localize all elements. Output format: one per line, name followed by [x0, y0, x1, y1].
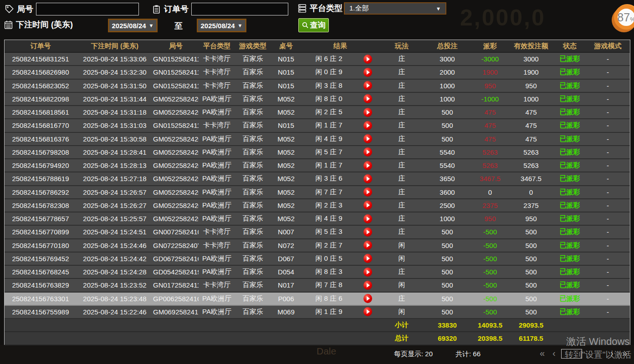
cell-status: 已派彩 [552, 268, 588, 276]
cell-bet-time: 2025-08-24 15:24:51 [77, 228, 153, 236]
play-replay-icon[interactable] [363, 307, 372, 316]
play-replay-icon[interactable] [363, 55, 372, 64]
play-replay-icon[interactable] [363, 147, 372, 157]
table-row[interactable]: 250824156770180 2025-08-24 15:24:46 GN07… [5, 239, 630, 253]
cell-status: 已派彩 [552, 95, 588, 103]
cell-replay [356, 254, 379, 263]
play-replay-icon[interactable] [363, 254, 372, 263]
column-header-table-no[interactable]: 桌号 [271, 42, 302, 51]
cell-bet-time: 2025-08-24 15:25:57 [77, 215, 153, 222]
date-to-select[interactable]: 2025/08/24 ▼ [197, 19, 246, 32]
table-row[interactable]: 250824156782308 2025-08-24 15:26:27 GM05… [5, 199, 630, 212]
column-header-game-mode[interactable]: 游戏模式 [588, 42, 628, 51]
chevron-down-icon: ▼ [238, 23, 243, 28]
column-header-bet-time[interactable]: 下注时间 (美东) [77, 42, 153, 51]
table-row[interactable]: 250824156788619 2025-08-24 15:27:18 GM05… [5, 172, 630, 186]
table-row[interactable]: 250824156816770 2025-08-24 15:31:03 GN01… [5, 119, 630, 132]
play-replay-icon[interactable] [363, 174, 372, 183]
table-row[interactable]: 250824156794920 2025-08-24 15:28:13 GM05… [5, 159, 630, 172]
cell-replay [356, 228, 379, 237]
table-row[interactable]: 250824156778657 2025-08-24 15:25:57 GM05… [5, 212, 630, 226]
column-header-result[interactable]: 结果 [302, 42, 379, 51]
percentage-value: 87 [617, 11, 630, 24]
cell-total-bet: 500 [424, 242, 470, 249]
cell-game-type: 百家乐 [235, 148, 271, 157]
play-replay-icon[interactable] [363, 281, 372, 290]
cell-result: 闲 1 庄 7 [302, 161, 356, 170]
play-replay-icon[interactable] [363, 68, 372, 77]
play-replay-icon[interactable] [363, 228, 372, 237]
order-id-input[interactable] [191, 3, 288, 15]
cell-total-bet: 2500 [424, 202, 470, 209]
table-row[interactable]: 250824156823052 2025-08-24 15:31:50 GN01… [5, 80, 630, 93]
play-replay-icon[interactable] [363, 81, 372, 90]
cell-replay [356, 201, 379, 210]
table-row[interactable]: 250824156822098 2025-08-24 15:31:44 GM05… [5, 93, 630, 106]
play-replay-icon[interactable] [363, 268, 372, 277]
cell-payout: -3000 [470, 55, 510, 63]
play-replay-icon[interactable] [363, 108, 372, 117]
round-id-input[interactable] [36, 3, 139, 15]
play-replay-icon[interactable] [363, 294, 372, 303]
first-page-button[interactable]: « [540, 349, 545, 358]
prev-page-button[interactable]: ‹ [552, 349, 556, 358]
last-page-button[interactable]: » [622, 349, 627, 358]
play-replay-icon[interactable] [363, 187, 372, 197]
background-faint-number: 2,000,0 [460, 5, 546, 31]
column-header-round-id[interactable]: 局号 [153, 42, 199, 51]
cell-total-bet: 500 [424, 255, 470, 263]
table-row[interactable]: 250824156768245 2025-08-24 15:24:28 GD05… [5, 266, 630, 279]
cell-payout: 950 [470, 82, 510, 90]
play-replay-icon[interactable] [363, 134, 372, 143]
table-row[interactable]: 250824156763829 2025-08-24 15:23:52 GN01… [5, 279, 630, 292]
cell-total-bet: 500 [424, 108, 470, 116]
column-header-play[interactable]: 玩法 [379, 42, 424, 51]
column-header-platform[interactable]: 平台类型 [199, 42, 235, 51]
table-row[interactable]: 250824156826980 2025-08-24 15:32:30 GN01… [5, 66, 630, 79]
cell-bet-time: 2025-08-24 15:28:13 [77, 162, 153, 169]
cell-play: 庄 [379, 121, 424, 130]
play-replay-icon[interactable] [363, 241, 372, 250]
column-header-order-id[interactable]: 订单号 [5, 42, 77, 51]
cell-round-id: GN072258240YB [153, 242, 199, 249]
column-header-status[interactable]: 状态 [552, 42, 588, 51]
column-header-game-type[interactable]: 游戏类型 [235, 42, 271, 51]
cell-table-no: D067 [271, 255, 302, 263]
platform-type-select[interactable]: 1.全部 ▼ [344, 2, 446, 15]
goto-page-input[interactable] [561, 349, 582, 359]
cell-game-mode: - [588, 95, 628, 103]
percentage-badge[interactable]: 87 % [614, 5, 634, 30]
play-replay-icon[interactable] [363, 121, 372, 130]
cell-status: 已派彩 [552, 148, 588, 157]
play-replay-icon[interactable] [363, 201, 372, 210]
table-row[interactable]: 250824156818561 2025-08-24 15:31:18 GM05… [5, 106, 630, 119]
cell-valid-bet: 2375 [510, 202, 552, 209]
cell-status: 已派彩 [552, 174, 588, 183]
next-page-button[interactable]: › [610, 349, 614, 358]
cell-platform: 卡卡湾厅 [199, 68, 235, 76]
table-row[interactable]: 250824156769452 2025-08-24 15:24:42 GD06… [5, 253, 630, 266]
query-button[interactable]: 查询 [298, 18, 329, 32]
play-replay-icon[interactable] [363, 214, 372, 223]
table-row[interactable]: 250824156763301 2025-08-24 15:23:48 GP00… [5, 293, 630, 306]
play-replay-icon[interactable] [363, 161, 372, 170]
column-header-valid-bet[interactable]: 有效投注额 [510, 42, 552, 51]
cell-table-no: M052 [271, 188, 302, 196]
table-row[interactable]: 250824156770899 2025-08-24 15:24:51 GN00… [5, 226, 630, 239]
cell-replay [356, 187, 379, 197]
table-row[interactable]: 250824156786292 2025-08-24 15:26:57 GM05… [5, 186, 630, 199]
cell-game-type: 百家乐 [235, 55, 271, 63]
date-from-select[interactable]: 2025/08/24 ▼ [108, 19, 158, 32]
cell-valid-bet: 500 [510, 281, 552, 289]
play-replay-icon[interactable] [363, 94, 372, 103]
cell-result: 闲 2 庄 3 [302, 201, 356, 210]
cell-order-id: 250824156770899 [5, 228, 77, 236]
cell-valid-bet: 475 [510, 121, 552, 129]
column-header-payout[interactable]: 派彩 [470, 42, 510, 51]
table-row[interactable]: 250824156831251 2025-08-24 15:33:06 GN01… [5, 53, 630, 66]
column-header-total-bet[interactable]: 总投注 [424, 42, 470, 51]
table-row[interactable]: 250824156816376 2025-08-24 15:30:58 GM05… [5, 133, 630, 146]
table-row[interactable]: 250824156798208 2025-08-24 15:28:41 GM05… [5, 146, 630, 159]
table-row[interactable]: 250824156755989 2025-08-24 15:22:46 GM06… [5, 306, 630, 319]
cell-table-no: M052 [271, 135, 302, 143]
